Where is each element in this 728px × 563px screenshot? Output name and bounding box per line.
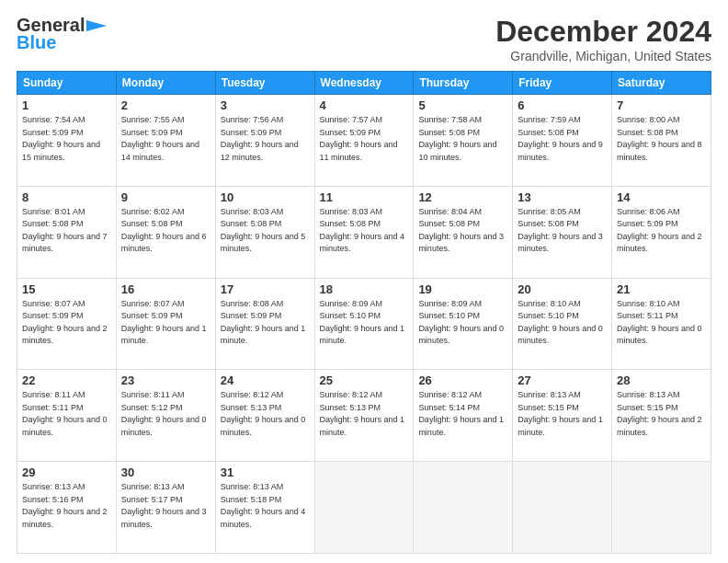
day-info: Sunrise: 7:59 AMSunset: 5:08 PMDaylight:… (518, 115, 603, 162)
day-number: 31 (221, 465, 310, 479)
weekday-header-friday: Friday (513, 72, 612, 95)
day-info: Sunrise: 8:01 AMSunset: 5:08 PMDaylight:… (22, 207, 108, 254)
calendar-day-7: 7 Sunrise: 8:00 AMSunset: 5:08 PMDayligh… (612, 95, 711, 187)
day-number: 27 (518, 373, 607, 387)
day-info: Sunrise: 8:08 AMSunset: 5:09 PMDaylight:… (221, 299, 306, 346)
calendar-day-29: 29 Sunrise: 8:13 AMSunset: 5:16 PMDaylig… (17, 462, 117, 554)
calendar-day-17: 17 Sunrise: 8:08 AMSunset: 5:09 PMDaylig… (215, 278, 314, 370)
calendar-day-2: 2 Sunrise: 7:55 AMSunset: 5:09 PMDayligh… (116, 95, 215, 187)
logo-icon (86, 20, 107, 31)
day-info: Sunrise: 7:54 AMSunset: 5:09 PMDaylight:… (22, 115, 100, 162)
calendar-day-26: 26 Sunrise: 8:12 AMSunset: 5:14 PMDaylig… (414, 370, 513, 462)
day-number: 12 (418, 190, 507, 204)
weekday-header-tuesday: Tuesday (215, 72, 314, 95)
calendar-day-16: 16 Sunrise: 8:07 AMSunset: 5:09 PMDaylig… (116, 278, 215, 370)
day-info: Sunrise: 8:13 AMSunset: 5:18 PMDaylight:… (221, 482, 306, 529)
day-info: Sunrise: 8:07 AMSunset: 5:09 PMDaylight:… (22, 299, 108, 346)
day-info: Sunrise: 8:11 AMSunset: 5:11 PMDaylight:… (22, 390, 108, 437)
day-info: Sunrise: 8:00 AMSunset: 5:08 PMDaylight:… (617, 115, 702, 162)
day-info: Sunrise: 8:10 AMSunset: 5:11 PMDaylight:… (617, 299, 702, 346)
day-number: 19 (418, 282, 507, 296)
day-number: 29 (22, 465, 111, 479)
calendar-week-1: 8 Sunrise: 8:01 AMSunset: 5:08 PMDayligh… (17, 186, 711, 278)
weekday-header-monday: Monday (116, 72, 215, 95)
calendar-day-23: 23 Sunrise: 8:11 AMSunset: 5:12 PMDaylig… (116, 370, 215, 462)
day-number: 10 (221, 190, 310, 204)
day-number: 28 (617, 373, 706, 387)
day-info: Sunrise: 8:05 AMSunset: 5:08 PMDaylight:… (518, 207, 603, 254)
day-number: 9 (121, 190, 210, 204)
day-number: 18 (320, 282, 409, 296)
calendar-day-30: 30 Sunrise: 8:13 AMSunset: 5:17 PMDaylig… (116, 462, 215, 554)
calendar-day-15: 15 Sunrise: 8:07 AMSunset: 5:09 PMDaylig… (17, 278, 117, 370)
calendar-empty (513, 462, 612, 554)
header: General Blue December 2024 Grandville, M… (17, 15, 711, 63)
day-info: Sunrise: 8:09 AMSunset: 5:10 PMDaylight:… (320, 299, 405, 346)
day-number: 11 (320, 190, 409, 204)
day-number: 20 (518, 282, 607, 296)
day-info: Sunrise: 8:12 AMSunset: 5:13 PMDaylight:… (320, 390, 405, 437)
day-info: Sunrise: 8:12 AMSunset: 5:13 PMDaylight:… (221, 390, 306, 437)
day-info: Sunrise: 8:09 AMSunset: 5:10 PMDaylight:… (418, 299, 504, 346)
logo: General Blue (17, 15, 107, 53)
calendar-day-27: 27 Sunrise: 8:13 AMSunset: 5:15 PMDaylig… (513, 370, 612, 462)
calendar-day-4: 4 Sunrise: 7:57 AMSunset: 5:09 PMDayligh… (314, 95, 414, 187)
day-info: Sunrise: 8:03 AMSunset: 5:08 PMDaylight:… (320, 207, 405, 254)
day-number: 23 (121, 373, 210, 387)
day-number: 25 (320, 373, 409, 387)
day-number: 7 (617, 98, 706, 112)
calendar-day-5: 5 Sunrise: 7:58 AMSunset: 5:08 PMDayligh… (414, 95, 513, 187)
day-number: 21 (617, 282, 706, 296)
day-number: 16 (121, 282, 210, 296)
calendar-day-11: 11 Sunrise: 8:03 AMSunset: 5:08 PMDaylig… (314, 186, 414, 278)
day-info: Sunrise: 8:03 AMSunset: 5:08 PMDaylight:… (221, 207, 306, 254)
main-title: December 2024 (495, 15, 711, 49)
calendar-table: SundayMondayTuesdayWednesdayThursdayFrid… (17, 71, 711, 554)
weekday-header-saturday: Saturday (612, 72, 711, 95)
day-info: Sunrise: 8:12 AMSunset: 5:14 PMDaylight:… (418, 390, 504, 437)
weekday-header-thursday: Thursday (414, 72, 513, 95)
day-number: 13 (518, 190, 607, 204)
day-info: Sunrise: 8:13 AMSunset: 5:15 PMDaylight:… (518, 390, 603, 437)
logo-blue: Blue (17, 32, 56, 53)
day-number: 24 (221, 373, 310, 387)
day-number: 2 (121, 98, 210, 112)
day-info: Sunrise: 8:04 AMSunset: 5:08 PMDaylight:… (418, 207, 504, 254)
day-info: Sunrise: 8:06 AMSunset: 5:09 PMDaylight:… (617, 207, 702, 254)
day-number: 17 (221, 282, 310, 296)
calendar-week-4: 29 Sunrise: 8:13 AMSunset: 5:16 PMDaylig… (17, 462, 711, 554)
day-info: Sunrise: 7:55 AMSunset: 5:09 PMDaylight:… (121, 115, 199, 162)
calendar-day-13: 13 Sunrise: 8:05 AMSunset: 5:08 PMDaylig… (513, 186, 612, 278)
calendar-empty (314, 462, 414, 554)
calendar-day-19: 19 Sunrise: 8:09 AMSunset: 5:10 PMDaylig… (414, 278, 513, 370)
day-info: Sunrise: 7:57 AMSunset: 5:09 PMDaylight:… (320, 115, 398, 162)
day-number: 15 (22, 282, 111, 296)
day-number: 4 (320, 98, 409, 112)
day-info: Sunrise: 7:56 AMSunset: 5:09 PMDaylight:… (221, 115, 299, 162)
calendar-day-28: 28 Sunrise: 8:13 AMSunset: 5:15 PMDaylig… (612, 370, 711, 462)
weekday-header-sunday: Sunday (17, 72, 117, 95)
calendar-day-8: 8 Sunrise: 8:01 AMSunset: 5:08 PMDayligh… (17, 186, 117, 278)
calendar-day-31: 31 Sunrise: 8:13 AMSunset: 5:18 PMDaylig… (215, 462, 314, 554)
calendar-day-12: 12 Sunrise: 8:04 AMSunset: 5:08 PMDaylig… (414, 186, 513, 278)
day-info: Sunrise: 8:02 AMSunset: 5:08 PMDaylight:… (121, 207, 207, 254)
day-number: 14 (617, 190, 706, 204)
calendar-day-21: 21 Sunrise: 8:10 AMSunset: 5:11 PMDaylig… (612, 278, 711, 370)
day-info: Sunrise: 7:58 AMSunset: 5:08 PMDaylight:… (418, 115, 496, 162)
svg-marker-0 (86, 20, 107, 31)
day-info: Sunrise: 8:13 AMSunset: 5:17 PMDaylight:… (121, 482, 207, 529)
calendar-week-0: 1 Sunrise: 7:54 AMSunset: 5:09 PMDayligh… (17, 95, 711, 187)
day-info: Sunrise: 8:13 AMSunset: 5:16 PMDaylight:… (22, 482, 108, 529)
day-number: 30 (121, 465, 210, 479)
calendar-day-14: 14 Sunrise: 8:06 AMSunset: 5:09 PMDaylig… (612, 186, 711, 278)
day-number: 3 (221, 98, 310, 112)
day-number: 6 (518, 98, 607, 112)
day-number: 8 (22, 190, 111, 204)
calendar-day-6: 6 Sunrise: 7:59 AMSunset: 5:08 PMDayligh… (513, 95, 612, 187)
day-number: 5 (418, 98, 507, 112)
weekday-header-row: SundayMondayTuesdayWednesdayThursdayFrid… (17, 72, 711, 95)
day-number: 1 (22, 98, 111, 112)
title-block: December 2024 Grandville, Michigan, Unit… (495, 15, 711, 63)
calendar-day-25: 25 Sunrise: 8:12 AMSunset: 5:13 PMDaylig… (314, 370, 414, 462)
day-number: 26 (418, 373, 507, 387)
